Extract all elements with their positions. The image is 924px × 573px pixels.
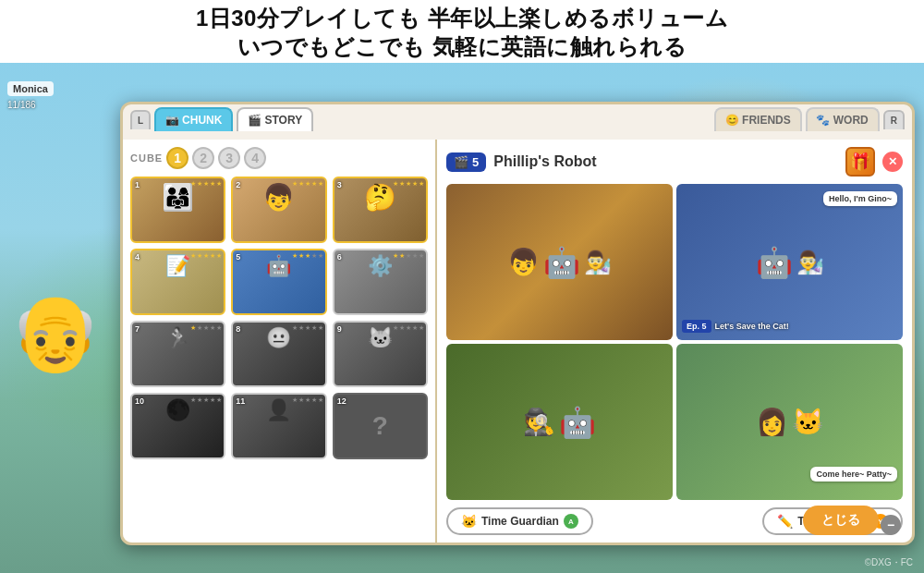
cube-1[interactable]: 1 [166,147,188,169]
ep-10-stars: ★★★★★ [190,396,222,404]
ep-7-stars: ★★★★★ [190,324,222,332]
speech-bubble-1: Hello, I'm Gino~ [823,191,897,206]
story-scene-bottom-left: 🕵️ 🤖 [446,344,673,500]
episode-cell-12[interactable]: ? 12 [333,393,428,459]
tab-word[interactable]: 🐾 WORD [806,107,880,131]
copyright-text: ©DXG・FC [865,556,913,569]
cube-4[interactable]: 4 [244,147,266,169]
travel-report-icon: ✏️ [777,514,793,529]
tab-chunk[interactable]: 📷 CHUNK [154,107,233,131]
player-name: Monica [7,81,54,96]
ep-12-locked-icon: ? [334,395,426,457]
ep-8-stars: ★★★★★ [292,324,323,332]
time-guardian-badge: A [564,514,578,529]
cube-row: CUBE 1 2 3 4 [130,147,428,169]
episode-cell-7[interactable]: 🏃 7 ★★★★★ [130,321,225,387]
episode-cell-6[interactable]: ⚙️ 6 ★★★★★ [333,249,428,315]
time-guardian-icon: 🐱 [461,514,477,529]
speech-bubble-2: Come here~ Patty~ [810,467,897,482]
episode-cell-2[interactable]: 👦 2 ★★★★★ [231,177,326,243]
tab-story[interactable]: 🎬 STORY [237,107,313,131]
right-panel: 🎬 5 Phillip's Robot 🎁 ✕ 👦 🤖 👨‍🔬 [437,140,912,543]
episode-cell-1[interactable]: 👨‍👩‍👧 1 ★★★★★ [130,177,225,243]
story-images: 👦 🤖 👨‍🔬 🤖 👨‍🔬 Hello, I'm Gino~ Ep. 5 Le [446,184,903,500]
left-panel: CUBE 1 2 3 4 👨‍👩‍👧 1 ★★★★★ [123,140,437,543]
story-scene-top-right: 🤖 👨‍🔬 Hello, I'm Gino~ Ep. 5 Let's Save … [676,184,903,340]
story-header: 🎬 5 Phillip's Robot 🎁 ✕ [446,147,903,177]
ep-1-stars: ★★★★★ [190,180,222,188]
ep5-overlay: Ep. 5 Let's Save the Cat! [682,320,789,333]
banner-line2: いつでもどこでも 気軽に英語に触れられる [9,32,915,61]
banner-line1: 1日30分プレイしても 半年以上楽しめるボリューム [9,4,915,32]
minus-button[interactable]: − [881,515,901,535]
progress-area: 11/186 [7,95,36,112]
cube-2[interactable]: 2 [192,147,214,169]
ep-4-stars: ★★★★★ [190,252,222,260]
episode-cell-5[interactable]: 🤖 5 ★★★★★ [231,249,326,315]
tab-right-group: 😊 FRIENDS 🐾 WORD [714,107,880,131]
tab-left-button[interactable]: L [130,110,151,129]
tab-right-button[interactable]: R [883,110,905,129]
episode-cell-8[interactable]: 😐 8 ★★★★★ [231,321,326,387]
cube-label: CUBE [130,152,163,164]
story-scene-bottom-right: 👩 🐱 Come here~ Patty~ [676,344,903,500]
ep-2-stars: ★★★★★ [292,180,323,188]
chunk-icon: 📷 [165,114,178,127]
friends-icon: 😊 [725,114,738,127]
gift-icon[interactable]: 🎁 [845,147,875,177]
close-panel-button[interactable]: とじる [803,506,879,535]
episode-badge: 🎬 5 [446,152,486,172]
episode-grid: 👨‍👩‍👧 1 ★★★★★ 👦 2 ★★★★★ [130,177,428,459]
tabs-row: L 📷 CHUNK 🎬 STORY 😊 FRIENDS 🐾 WORD R [123,102,912,137]
word-icon: 🐾 [817,114,830,127]
ep-5-stars: ★★★★★ [292,252,323,260]
content-area: CUBE 1 2 3 4 👨‍👩‍👧 1 ★★★★★ [123,140,912,543]
ep-9-stars: ★★★★★ [393,324,424,332]
top-banner: 1日30分プレイしても 半年以上楽しめるボリューム いつでもどこでも 気軽に英語… [0,0,924,63]
story-icon: 🎬 [248,114,261,127]
episode-cell-11[interactable]: 👤 11 ★★★★★ [231,393,326,459]
time-guardian-button[interactable]: 🐱 Time Guardian A [446,507,593,535]
ep-3-stars: ★★★★★ [393,180,424,188]
main-panel: L 📷 CHUNK 🎬 STORY 😊 FRIENDS 🐾 WORD R [120,102,915,545]
story-title: Phillip's Robot [493,153,838,170]
tab-friends[interactable]: 😊 FRIENDS [714,107,802,131]
progress-text: 11/186 [7,100,36,110]
cube-3[interactable]: 3 [218,147,240,169]
episode-cell-9[interactable]: 🐱 9 ★★★★★ [333,321,428,387]
episode-cell-10[interactable]: 🌑 10 ★★★★★ [130,393,225,459]
story-scene-top-left: 👦 🤖 👨‍🔬 [446,184,673,340]
episode-cell-3[interactable]: 🤔 3 ★★★★★ [333,177,428,243]
ep-6-stars: ★★★★★ [393,252,424,260]
ep-11-stars: ★★★★★ [292,396,323,404]
close-button[interactable]: ✕ [882,152,903,172]
episode-cell-4[interactable]: 📝 4 ★★★★★ [130,249,225,315]
character-area: 👴 [9,296,120,481]
